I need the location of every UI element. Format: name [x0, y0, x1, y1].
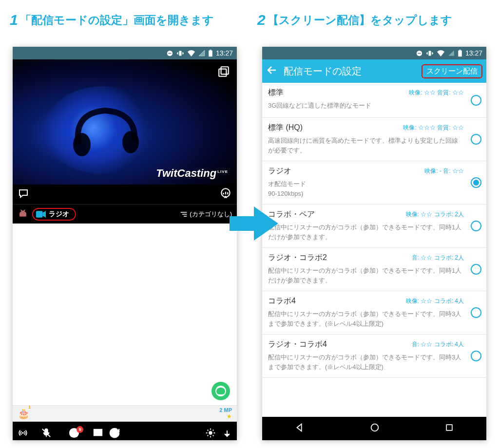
camera-icon: [36, 211, 46, 218]
vibrate-icon: [426, 50, 434, 57]
svg-rect-10: [36, 211, 42, 217]
step1-caption: 1「配信モードの設定」画面を開きます: [10, 12, 214, 28]
comment-area[interactable]: [13, 224, 237, 405]
radio-icon[interactable]: [471, 95, 481, 106]
cat-head-icon: [18, 208, 28, 220]
signal-icon: [448, 50, 455, 56]
mode-desc: 高速回線向けに画質を高めたモードです。標準よりも安定した回線が必要です。: [268, 136, 464, 155]
nav-down[interactable]: [222, 429, 232, 441]
nav-mute[interactable]: ミュート: [37, 428, 56, 440]
mode-name: コラボ4: [268, 296, 402, 306]
wifi-icon: [437, 50, 445, 56]
svg-point-5: [73, 133, 91, 156]
recents-icon[interactable]: [444, 423, 454, 434]
svg-rect-8: [219, 69, 226, 76]
svg-rect-23: [459, 50, 461, 51]
back-arrow-icon[interactable]: [266, 64, 278, 78]
step2-caption: 2【スクリーン配信】をタップします: [257, 12, 452, 28]
mode-item[interactable]: ラジオ・コラボ4 音: ☆☆ コラボ: 4人 配信中にリスナーの方がコラボ（参加…: [262, 335, 486, 378]
speech-icon[interactable]: [18, 187, 29, 201]
battery-icon: [458, 50, 462, 57]
mode-item[interactable]: 標準 映像: ☆☆ 音質: ☆☆ 3G回線などに適した標準的なモード: [262, 83, 486, 118]
mode-category-row: ラジオ (カテゴリなし): [13, 204, 237, 224]
headphones-silhouette: [66, 98, 144, 157]
arrow-icon: [227, 197, 281, 252]
mode-pill[interactable]: ラジオ: [32, 208, 76, 221]
mode-item[interactable]: コラボ4 映像: ☆☆ コラボ: 4人 配信中にリスナーの方がコラボ（参加）でき…: [262, 291, 486, 335]
mode-desc: 配信中にリスナーの方がコラボ（参加）できるモードです。同時3人まで参加できます。…: [268, 353, 464, 372]
battery-icon: [208, 50, 213, 57]
screen-broadcast-button[interactable]: スクリーン配信: [422, 64, 482, 78]
home-icon[interactable]: [369, 422, 380, 435]
brand-logo: TwitCastingLIVE: [156, 167, 228, 180]
svg-point-16: [210, 431, 212, 434]
vibrate-icon: [176, 50, 184, 57]
mode-meta: 映像: ☆☆☆ 音質: ☆☆: [403, 124, 464, 132]
chat-row: [13, 185, 237, 204]
radio-icon[interactable]: [471, 264, 481, 275]
svg-rect-25: [446, 425, 452, 430]
svg-rect-20: [418, 53, 421, 53]
dnd-icon: [166, 50, 173, 57]
svg-rect-4: [210, 50, 211, 51]
radio-icon[interactable]: [471, 134, 481, 145]
screenshot-2: 13:27 配信モードの設定 スクリーン配信 標準 映像: ☆☆ 音質: ☆☆ …: [262, 47, 486, 440]
mode-meta: 映像: ☆☆ コラボ: 4人: [406, 297, 464, 305]
status-bar: 13:27: [262, 47, 486, 59]
mp-row: 🎂1 2 MP ★: [13, 405, 237, 422]
mode-desc: 配信中にリスナーの方がコラボ（参加）できるモードです。同時3人まで参加できます。…: [268, 309, 464, 328]
mode-desc: 配信中にリスナーの方がコラボ（参加）できるモードです。同時1人だけが参加できます…: [268, 266, 464, 285]
mode-name: 標準 (HQ): [268, 123, 399, 133]
svg-rect-7: [221, 67, 229, 74]
list-icon: [180, 211, 188, 217]
mode-meta: 音: ☆☆ コラボ: 2人: [412, 254, 464, 262]
dnd-icon: [416, 50, 423, 57]
mode-item[interactable]: ラジオ・コラボ2 音: ☆☆ コラボ: 2人 配信中にリスナーの方がコラボ（参加…: [262, 248, 486, 291]
mode-desc: 3G回線などに適した標準的なモード: [268, 101, 464, 111]
radio-icon[interactable]: [471, 177, 481, 188]
mode-meta: 映像: - 音: ☆☆: [424, 167, 464, 175]
video-preview[interactable]: TwitCastingLIVE: [13, 59, 237, 185]
nav-settings[interactable]: 設定: [205, 428, 216, 440]
back-icon[interactable]: [294, 422, 305, 435]
category-selector[interactable]: (カテゴリなし): [180, 210, 232, 219]
nav-mypage[interactable]: 9 マイページ: [62, 428, 86, 440]
app-bar: 配信モードの設定 スクリーン配信: [262, 59, 486, 83]
mode-desc: 配信中にリスナーの方がコラボ（参加）できるモードです。同時1人だけが参加できます…: [268, 223, 464, 242]
category-label: (カテゴリなし): [190, 210, 232, 219]
svg-point-11: [22, 432, 24, 434]
svg-point-6: [122, 131, 139, 153]
nav-update[interactable]: 更新: [109, 428, 120, 440]
mode-name: コラボ・ペア: [268, 209, 402, 220]
status-time: 13:27: [465, 49, 482, 57]
cake-icon[interactable]: 🎂1: [18, 408, 30, 419]
mode-name: ラジオ・コラボ2: [268, 253, 408, 263]
radio-icon[interactable]: [471, 351, 481, 361]
appbar-title: 配信モードの設定: [284, 65, 362, 78]
mode-desc: オ配信モード90-120kbps): [268, 179, 464, 198]
screenshot-1: 13:27 TwitCastingLIVE ラジオ (カテゴリなし): [13, 47, 237, 440]
status-bar: 13:27: [13, 47, 237, 59]
mode-name: ラジオ・コラボ4: [268, 339, 408, 350]
radio-icon[interactable]: [471, 307, 481, 318]
svg-point-14: [73, 430, 76, 433]
assistant-fab[interactable]: [211, 382, 230, 400]
svg-rect-22: [458, 50, 462, 56]
mode-item[interactable]: 標準 (HQ) 映像: ☆☆☆ 音質: ☆☆ 高速回線向けに画質を高めたモードで…: [262, 118, 486, 161]
mode-item[interactable]: コラボ・ペア 映像: ☆☆ コラボ: 2人 配信中にリスナーの方がコラボ（参加）…: [262, 205, 486, 248]
status-time: 13:27: [216, 49, 233, 57]
nav-post[interactable]: 投稿: [93, 428, 103, 440]
radio-icon[interactable]: [471, 221, 481, 231]
mode-meta: 音: ☆☆ コラボ: 4人: [412, 340, 464, 349]
mode-meta: 映像: ☆☆ 音質: ☆☆: [409, 89, 464, 97]
star-icon: ★: [227, 413, 232, 420]
signal-icon: [198, 50, 205, 56]
bottom-nav: ライブ ミュート 9 マイページ 投稿 更新 設定: [13, 422, 237, 440]
mode-name: 標準: [268, 88, 405, 98]
svg-rect-3: [209, 50, 212, 56]
mode-item[interactable]: ラジオ 映像: - 音: ☆☆ オ配信モード90-120kbps): [262, 161, 486, 205]
svg-rect-2: [179, 51, 181, 56]
mode-list[interactable]: 標準 映像: ☆☆ 音質: ☆☆ 3G回線などに適した標準的なモード 標準 (H…: [262, 83, 486, 417]
nav-live[interactable]: ライブ: [16, 428, 30, 440]
gallery-icon[interactable]: [217, 65, 230, 80]
